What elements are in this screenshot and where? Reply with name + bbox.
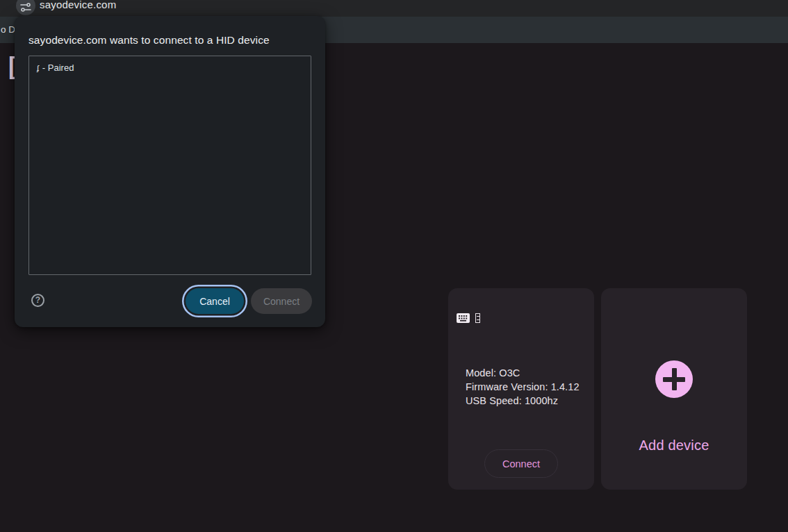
- add-device-card[interactable]: Add device: [601, 288, 747, 490]
- help-button[interactable]: ?: [31, 294, 44, 307]
- device-model-line: Model: O3C: [466, 366, 580, 380]
- question-mark-icon: ?: [35, 295, 40, 305]
- device-item-label: - Paired: [42, 63, 74, 73]
- add-device-label: Add device: [601, 438, 747, 454]
- cancel-button[interactable]: Cancel: [186, 288, 244, 314]
- hid-device-list-item[interactable]: ʄ - Paired: [29, 56, 311, 78]
- missing-glyph-box: ▯: [475, 313, 480, 323]
- connect-button-disabled[interactable]: Connect: [251, 288, 312, 314]
- hid-chooser-dialog: sayodevice.com wants to connect to a HID…: [15, 16, 325, 327]
- device-name-glyph: ʄ: [37, 64, 39, 72]
- browser-topbar: sayodevice.com: [0, 0, 788, 17]
- dialog-title: sayodevice.com wants to connect to a HID…: [28, 34, 270, 47]
- device-usb-speed-line: USB Speed: 1000hz: [466, 394, 580, 408]
- header-text-fragment: o D: [1, 24, 15, 35]
- device-info: Model: O3C Firmware Version: 1.4.12 USB …: [466, 366, 580, 408]
- device-connect-button[interactable]: Connect: [484, 449, 558, 478]
- omnibox-url[interactable]: sayodevice.com: [40, 0, 116, 10]
- screen: sayodevice.com o D [ sayodevice.com want…: [0, 0, 788, 532]
- hid-device-listbox[interactable]: ʄ - Paired: [28, 56, 311, 275]
- plus-icon[interactable]: [655, 360, 693, 398]
- site-settings-chip[interactable]: [16, 0, 35, 15]
- device-card: ▯ Model: O3C Firmware Version: 1.4.12 US…: [448, 288, 594, 490]
- device-firmware-line: Firmware Version: 1.4.12: [466, 380, 580, 394]
- keyboard-icon: [457, 313, 470, 326]
